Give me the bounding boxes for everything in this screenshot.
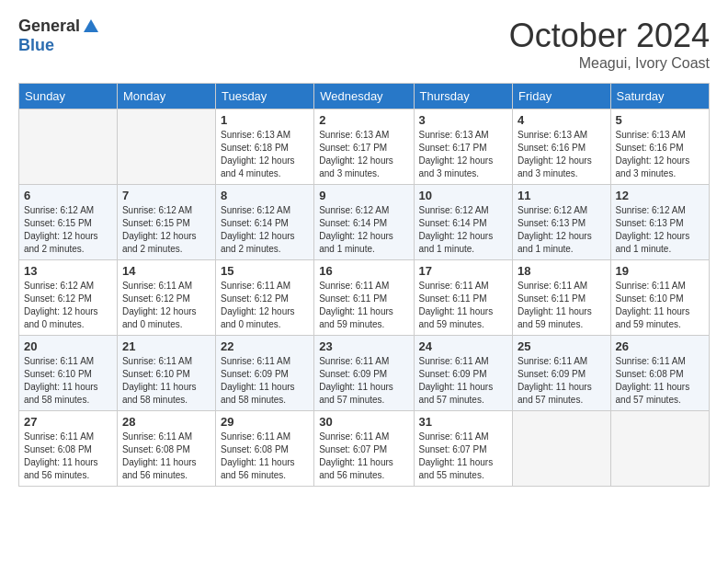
day-number: 4 (518, 113, 606, 127)
column-header-tuesday: Tuesday (215, 84, 313, 109)
calendar-cell: 24Sunrise: 6:11 AM Sunset: 6:09 PM Dayli… (414, 336, 513, 411)
calendar-week-row: 13Sunrise: 6:12 AM Sunset: 6:12 PM Dayli… (19, 260, 710, 336)
calendar-cell: 23Sunrise: 6:11 AM Sunset: 6:09 PM Dayli… (314, 336, 414, 411)
day-info: Sunrise: 6:11 AM Sunset: 6:07 PM Dayligh… (319, 431, 408, 482)
day-number: 29 (221, 415, 309, 429)
day-info: Sunrise: 6:13 AM Sunset: 6:17 PM Dayligh… (419, 129, 508, 180)
calendar-cell: 11Sunrise: 6:12 AM Sunset: 6:13 PM Dayli… (513, 185, 611, 260)
day-number: 15 (221, 264, 309, 278)
day-info: Sunrise: 6:12 AM Sunset: 6:13 PM Dayligh… (616, 204, 704, 256)
day-number: 5 (616, 113, 704, 127)
calendar-cell (117, 109, 215, 185)
calendar-cell: 28Sunrise: 6:11 AM Sunset: 6:08 PM Dayli… (117, 411, 215, 487)
logo: General Blue (18, 17, 100, 55)
day-number: 17 (419, 264, 508, 278)
day-info: Sunrise: 6:11 AM Sunset: 6:11 PM Dayligh… (319, 280, 408, 331)
column-header-sunday: Sunday (19, 84, 118, 109)
calendar-week-row: 20Sunrise: 6:11 AM Sunset: 6:10 PM Dayli… (19, 336, 710, 411)
calendar-cell: 6Sunrise: 6:12 AM Sunset: 6:15 PM Daylig… (19, 185, 118, 260)
calendar-cell: 25Sunrise: 6:11 AM Sunset: 6:09 PM Dayli… (513, 336, 611, 411)
day-number: 8 (221, 189, 309, 202)
day-info: Sunrise: 6:11 AM Sunset: 6:12 PM Dayligh… (122, 280, 210, 331)
calendar-cell: 21Sunrise: 6:11 AM Sunset: 6:10 PM Dayli… (117, 336, 215, 411)
day-info: Sunrise: 6:11 AM Sunset: 6:08 PM Dayligh… (122, 431, 210, 482)
day-info: Sunrise: 6:12 AM Sunset: 6:12 PM Dayligh… (24, 280, 112, 331)
column-header-wednesday: Wednesday (314, 84, 414, 109)
day-number: 13 (24, 264, 112, 278)
day-number: 22 (221, 339, 309, 353)
calendar-cell: 10Sunrise: 6:12 AM Sunset: 6:14 PM Dayli… (414, 185, 513, 260)
day-info: Sunrise: 6:12 AM Sunset: 6:15 PM Dayligh… (24, 204, 112, 256)
day-info: Sunrise: 6:13 AM Sunset: 6:16 PM Dayligh… (518, 129, 606, 180)
day-info: Sunrise: 6:11 AM Sunset: 6:11 PM Dayligh… (518, 280, 606, 331)
calendar-cell: 9Sunrise: 6:12 AM Sunset: 6:14 PM Daylig… (314, 185, 414, 260)
day-number: 2 (319, 113, 408, 127)
day-number: 26 (616, 339, 704, 353)
day-info: Sunrise: 6:13 AM Sunset: 6:16 PM Dayligh… (616, 129, 704, 180)
logo-icon (82, 17, 100, 36)
calendar-cell: 16Sunrise: 6:11 AM Sunset: 6:11 PM Dayli… (314, 260, 414, 336)
svg-marker-0 (84, 19, 98, 32)
day-number: 30 (319, 415, 408, 429)
calendar-cell: 8Sunrise: 6:12 AM Sunset: 6:14 PM Daylig… (215, 185, 313, 260)
calendar-cell: 27Sunrise: 6:11 AM Sunset: 6:08 PM Dayli… (19, 411, 118, 487)
day-number: 1 (221, 113, 309, 127)
calendar-cell: 26Sunrise: 6:11 AM Sunset: 6:08 PM Dayli… (610, 336, 709, 411)
day-info: Sunrise: 6:11 AM Sunset: 6:09 PM Dayligh… (221, 355, 309, 407)
page-header: General Blue October 2024 Meagui, Ivory … (9, 9, 719, 75)
logo-general-text: General (18, 17, 80, 36)
day-number: 24 (419, 339, 508, 353)
day-number: 18 (518, 264, 606, 278)
calendar-cell: 19Sunrise: 6:11 AM Sunset: 6:10 PM Dayli… (610, 260, 709, 336)
day-info: Sunrise: 6:12 AM Sunset: 6:15 PM Dayligh… (122, 204, 210, 256)
day-number: 9 (319, 189, 408, 202)
calendar-cell: 15Sunrise: 6:11 AM Sunset: 6:12 PM Dayli… (215, 260, 313, 336)
title-area: October 2024 Meagui, Ivory Coast (509, 17, 710, 72)
calendar-cell: 12Sunrise: 6:12 AM Sunset: 6:13 PM Dayli… (610, 185, 709, 260)
calendar-cell: 20Sunrise: 6:11 AM Sunset: 6:10 PM Dayli… (19, 336, 118, 411)
calendar-cell: 30Sunrise: 6:11 AM Sunset: 6:07 PM Dayli… (314, 411, 414, 487)
calendar-cell (19, 109, 118, 185)
calendar-cell: 14Sunrise: 6:11 AM Sunset: 6:12 PM Dayli… (117, 260, 215, 336)
calendar-cell: 5Sunrise: 6:13 AM Sunset: 6:16 PM Daylig… (610, 109, 709, 185)
calendar-table: SundayMondayTuesdayWednesdayThursdayFrid… (18, 83, 710, 487)
month-title: October 2024 (509, 17, 710, 55)
day-info: Sunrise: 6:13 AM Sunset: 6:17 PM Dayligh… (319, 129, 408, 180)
day-info: Sunrise: 6:11 AM Sunset: 6:09 PM Dayligh… (518, 355, 606, 407)
calendar-cell: 29Sunrise: 6:11 AM Sunset: 6:08 PM Dayli… (215, 411, 313, 487)
day-number: 28 (122, 415, 210, 429)
column-header-saturday: Saturday (610, 84, 709, 109)
calendar-cell: 17Sunrise: 6:11 AM Sunset: 6:11 PM Dayli… (414, 260, 513, 336)
calendar-cell: 4Sunrise: 6:13 AM Sunset: 6:16 PM Daylig… (513, 109, 611, 185)
day-number: 20 (24, 339, 112, 353)
day-number: 7 (122, 189, 210, 202)
day-info: Sunrise: 6:11 AM Sunset: 6:10 PM Dayligh… (24, 355, 112, 407)
day-number: 3 (419, 113, 508, 127)
calendar-header-row: SundayMondayTuesdayWednesdayThursdayFrid… (19, 84, 710, 109)
day-number: 6 (24, 189, 112, 202)
day-info: Sunrise: 6:11 AM Sunset: 6:07 PM Dayligh… (419, 431, 508, 482)
calendar-week-row: 27Sunrise: 6:11 AM Sunset: 6:08 PM Dayli… (19, 411, 710, 487)
day-number: 25 (518, 339, 606, 353)
calendar-cell: 7Sunrise: 6:12 AM Sunset: 6:15 PM Daylig… (117, 185, 215, 260)
calendar-cell: 31Sunrise: 6:11 AM Sunset: 6:07 PM Dayli… (414, 411, 513, 487)
day-info: Sunrise: 6:11 AM Sunset: 6:12 PM Dayligh… (221, 280, 309, 331)
column-header-monday: Monday (117, 84, 215, 109)
day-info: Sunrise: 6:11 AM Sunset: 6:11 PM Dayligh… (419, 280, 508, 331)
calendar-cell: 3Sunrise: 6:13 AM Sunset: 6:17 PM Daylig… (414, 109, 513, 185)
day-number: 10 (419, 189, 508, 202)
calendar-cell (513, 411, 611, 487)
calendar-week-row: 1Sunrise: 6:13 AM Sunset: 6:18 PM Daylig… (19, 109, 710, 185)
location-subtitle: Meagui, Ivory Coast (509, 55, 710, 72)
day-number: 21 (122, 339, 210, 353)
calendar-week-row: 6Sunrise: 6:12 AM Sunset: 6:15 PM Daylig… (19, 185, 710, 260)
day-number: 23 (319, 339, 408, 353)
day-number: 14 (122, 264, 210, 278)
calendar-cell: 22Sunrise: 6:11 AM Sunset: 6:09 PM Dayli… (215, 336, 313, 411)
day-info: Sunrise: 6:11 AM Sunset: 6:10 PM Dayligh… (122, 355, 210, 407)
calendar-cell (610, 411, 709, 487)
logo-blue-text: Blue (18, 36, 54, 55)
day-info: Sunrise: 6:12 AM Sunset: 6:14 PM Dayligh… (419, 204, 508, 256)
calendar-cell: 18Sunrise: 6:11 AM Sunset: 6:11 PM Dayli… (513, 260, 611, 336)
day-number: 27 (24, 415, 112, 429)
